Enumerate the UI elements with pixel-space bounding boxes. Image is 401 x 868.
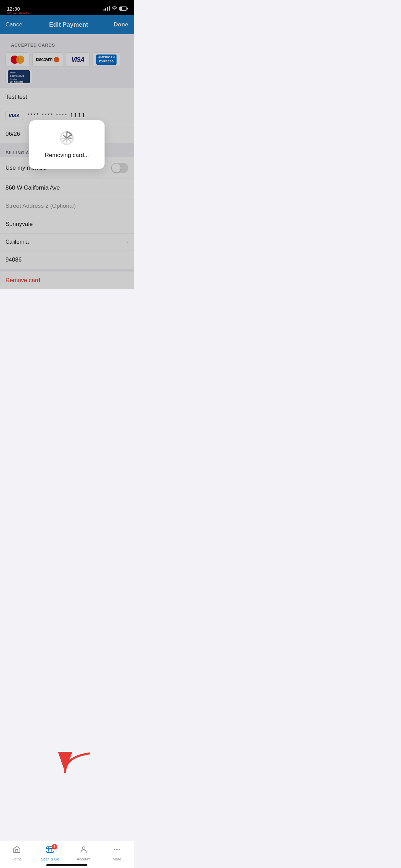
loading-card: Removing card... (29, 120, 105, 169)
spinner-icon (59, 131, 74, 146)
loading-overlay: Removing card... (0, 0, 134, 289)
loading-text: Removing card... (45, 152, 89, 159)
